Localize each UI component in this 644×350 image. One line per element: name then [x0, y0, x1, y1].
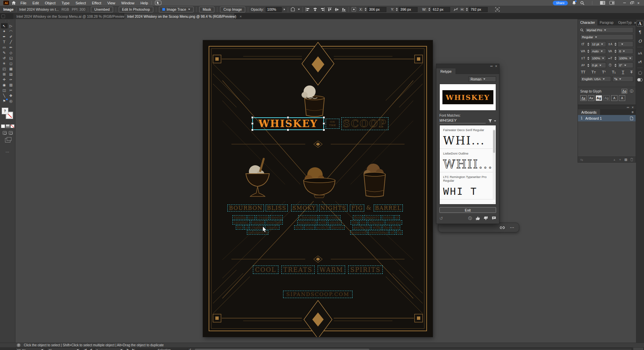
snap-option-button[interactable]: A: [611, 95, 618, 101]
width-input[interactable]: 612 px: [431, 7, 450, 12]
horizontal-scale-stepper[interactable]: [614, 57, 616, 60]
selection-handle[interactable]: [287, 129, 289, 131]
canvas-pasteboard[interactable]: WHISKEY ON THE SCOOP BOURBONBLISS SMOKYN…: [15, 19, 636, 343]
character-styles-panel-icon[interactable]: aA: [637, 50, 643, 56]
share-button[interactable]: Share: [553, 1, 568, 5]
character-rotation-stepper[interactable]: [614, 64, 616, 67]
first-artboard-button[interactable]: |◀: [84, 348, 87, 350]
document-tab[interactable]: Intel 2024 Whiskey on the Scoop Menu.png…: [124, 13, 235, 19]
selected-word[interactable]: the: [351, 220, 358, 225]
artboard[interactable]: WHISKEY ON THE SCOOP BOURBONBLISS SMOKYN…: [203, 40, 433, 337]
delete-artboard-button[interactable]: [630, 158, 633, 161]
chevron-down-icon[interactable]: [298, 9, 300, 10]
chevron-right-icon[interactable]: [284, 8, 285, 10]
menu-item[interactable]: Object: [45, 1, 56, 5]
direct-selection-tool[interactable]: ▷: [8, 23, 14, 28]
scroll-down-icon[interactable]: ⌄: [493, 201, 495, 204]
info-icon[interactable]: ⓘ: [468, 216, 472, 221]
selected-word[interactable]: the: [382, 225, 390, 230]
rearrange-artboards-button[interactable]: ⇆: [580, 158, 583, 162]
selected-word[interactable]: scotch: [316, 225, 329, 230]
more-options-icon[interactable]: ⋯: [510, 225, 514, 230]
selected-word[interactable]: BOURBON: [227, 205, 264, 212]
selected-word[interactable]: COOL: [253, 266, 278, 274]
free-transform-tool[interactable]: ◻: [8, 61, 14, 66]
filter-icon[interactable]: [488, 119, 492, 123]
x-input[interactable]: 306 px: [368, 7, 386, 12]
selected-word[interactable]: Bold: [353, 215, 363, 220]
artboard-list-row[interactable]: 1 Artboard 1: [578, 115, 636, 121]
horizontal-scale-dropdown[interactable]: 100%: [618, 55, 633, 61]
selected-word[interactable]: notes: [382, 215, 393, 220]
feedback-comment-icon[interactable]: [492, 216, 496, 220]
selected-word[interactable]: sweetness: [368, 230, 389, 235]
align-bottom-icon[interactable]: [342, 7, 346, 12]
rotation-dropdown[interactable]: 0°: [47, 348, 80, 350]
image-trace-button[interactable]: Image Trace: [159, 7, 194, 12]
linked-file-name[interactable]: Intel 2024 Whiskey on t...: [19, 7, 59, 11]
link-icon[interactable]: [499, 226, 505, 229]
eyedropper-tool[interactable]: ✑: [8, 77, 14, 82]
font-match-item[interactable]: LiebeDoni Outline WHII...: [440, 149, 496, 172]
vertical-scale-stepper[interactable]: [587, 57, 589, 60]
character-panel-icon[interactable]: A: [637, 21, 643, 26]
width-tool[interactable]: ✳: [1, 61, 8, 66]
align-right-icon[interactable]: [320, 7, 325, 11]
move-down-button[interactable]: ▼: [619, 158, 622, 161]
selection-handle[interactable]: [287, 116, 289, 119]
line-segment-tool[interactable]: ╱: [8, 39, 14, 45]
selected-word[interactable]: WARM: [318, 266, 345, 274]
selected-word[interactable]: creamy: [249, 225, 264, 230]
snap-option-button[interactable]: Ax: [588, 95, 594, 101]
close-panel-icon[interactable]: ×: [495, 64, 497, 68]
query-text[interactable]: WHISKEY: [439, 118, 486, 123]
crop-image-button[interactable]: Crop Image: [220, 7, 245, 12]
knife-tool[interactable]: ╲: [1, 93, 8, 98]
selection-handle[interactable]: [251, 116, 254, 119]
reference-point-icon[interactable]: [352, 7, 356, 12]
exit-button[interactable]: Exit: [439, 207, 496, 213]
align-left-icon[interactable]: [306, 7, 310, 11]
format-button[interactable]: TT: [581, 70, 585, 74]
menu-item[interactable]: Type: [62, 1, 70, 5]
menu-item[interactable]: File: [20, 1, 26, 5]
color-mode-button[interactable]: [1, 124, 5, 128]
document-layout-icon[interactable]: [609, 1, 614, 5]
search-icon[interactable]: [580, 1, 584, 5]
format-button[interactable]: T: [630, 70, 633, 74]
tab-artboards[interactable]: Artboards: [578, 109, 600, 115]
w-stepper[interactable]: [428, 8, 430, 11]
baseline-shift-stepper[interactable]: [587, 64, 589, 67]
style-presets-icon[interactable]: [291, 7, 296, 12]
tab-opentype[interactable]: OpenTyp: [616, 19, 634, 25]
selected-word[interactable]: BARREL: [374, 205, 403, 212]
transform-icon[interactable]: [495, 7, 500, 12]
hand-tool[interactable]: ✥: [8, 93, 14, 98]
tab-character[interactable]: Character: [578, 19, 597, 25]
selected-word[interactable]: rich: [294, 225, 303, 230]
format-button[interactable]: T: [622, 70, 624, 74]
menu-item[interactable]: Window: [121, 1, 135, 5]
selected-word[interactable]: of: [394, 215, 400, 220]
selected-word[interactable]: whiskey: [368, 220, 384, 225]
selected-word[interactable]: classic: [265, 225, 279, 230]
close-window-button[interactable]: ×: [635, 0, 642, 5]
selected-word[interactable]: enhanced: [297, 220, 317, 225]
zoom-level-dropdown[interactable]: 98.4%: [15, 348, 45, 350]
snap-option-button[interactable]: Ag: [596, 95, 602, 101]
font-style-dropdown[interactable]: Regular: [580, 34, 633, 40]
language-dropdown[interactable]: English: USA: [580, 76, 611, 82]
selection-handle[interactable]: [323, 122, 325, 125]
style-dropdown[interactable]: Roman: [469, 76, 496, 82]
opentype-panel-icon[interactable]: O: [637, 38, 643, 44]
symbol-sprayer-tool[interactable]: ◉: [1, 82, 8, 88]
move-up-button[interactable]: ▲: [613, 158, 616, 161]
selected-word[interactable]: vanilla: [251, 220, 265, 225]
format-button[interactable]: T₁: [612, 70, 616, 74]
transparency-panel-icon[interactable]: [637, 78, 643, 82]
selection-handle[interactable]: [251, 129, 254, 131]
selected-word[interactable]: caramel,: [232, 220, 250, 225]
panel-menu-icon[interactable]: ≡: [632, 110, 634, 114]
tab-paragraph[interactable]: Paragrap: [597, 19, 616, 25]
chevron-down-icon[interactable]: [494, 120, 496, 122]
